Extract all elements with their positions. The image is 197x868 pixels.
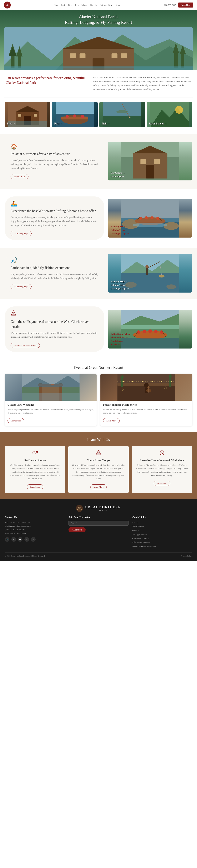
hero-section: Glacier National Park's Rafting, Lodging… [0, 10, 197, 70]
river-school-text-area: Gain the skills you need to master the W… [5, 306, 104, 351]
nav-logo [4, 2, 11, 8]
event-music-button[interactable]: Learn More [103, 418, 120, 423]
fish-half-day-link[interactable]: Half-day Trips → [111, 280, 129, 283]
book-now-button[interactable]: Book Now [178, 2, 193, 7]
svg-rect-20 [121, 54, 127, 58]
event-music-name: Friday Summer Music Series [103, 403, 190, 406]
paddleboard-link[interactable]: Paddleboard → [111, 340, 133, 343]
raft-guide-school-link[interactable]: Raft a Guide School → [111, 333, 133, 336]
stay-image: Our Cabins → Our Lodge → [108, 142, 192, 180]
quick-link-jobs[interactable]: Job Opportunities [132, 533, 192, 536]
youth-camps-button[interactable]: Learn More [90, 484, 107, 489]
svg-rect-29 [34, 114, 37, 117]
social-twitter[interactable]: t [25, 537, 29, 542]
raft-title: Experience the best Whitewater Rafting M… [10, 209, 98, 213]
full-day-trips-link[interactable]: Full-day Trips → [111, 229, 129, 231]
river-school-icon [10, 310, 98, 317]
events-section: Events at Great Northern Resort [0, 360, 197, 432]
learn-cards-grid: Swiftwater Rescue We offer industry-lead… [5, 446, 192, 493]
event-music: ♪ ♫ Friday Summer Music Series Join us f… [101, 374, 192, 426]
half-day-trips-link[interactable]: Half-day Trips → [111, 225, 129, 228]
swiftwater-desc: We offer industry-leading river educatio… [9, 464, 62, 480]
river-training-link[interactable]: River Training → [111, 336, 133, 339]
svg-point-48 [175, 106, 183, 114]
navbar: Stay Raft Fish River School Events Railw… [0, 0, 197, 10]
svg-rect-9 [18, 56, 21, 68]
youth-camps-desc: Give your kids more than just a full day… [72, 464, 125, 480]
svg-point-79 [166, 284, 176, 289]
stay-button[interactable]: Stay With Us [10, 174, 29, 179]
fish-overnight-link[interactable]: Overnight Trips → [111, 287, 129, 290]
card-stay-label: Stay → [7, 122, 15, 125]
raft-button[interactable]: All Rafting Trips [10, 231, 32, 236]
footer-privacy-link[interactable]: Privacy Policy [181, 555, 192, 557]
svg-point-44 [116, 110, 128, 113]
nav-menu: Stay Raft Fish River School Events Railw… [54, 4, 121, 6]
footer-email-input[interactable] [69, 521, 128, 526]
river-school-description: Whether you want to become a river guide… [10, 331, 98, 339]
fish-sub-links: Half-day Trips → Full-day Trips → Overni… [111, 280, 129, 290]
social-youtube[interactable]: ▶ [18, 537, 23, 542]
river-school-section: Raft a Guide School → River Training → P… [0, 301, 197, 358]
svg-point-62 [139, 217, 142, 220]
overnight-trips-link[interactable]: Overnight Trips → [111, 232, 129, 235]
fish-section: 🎣 Participate in guided fly fishing excu… [0, 248, 197, 299]
footer-logo-sub: RESORT [85, 509, 121, 512]
svg-rect-53 [141, 159, 146, 164]
quick-link-health-safety[interactable]: Health Safety & Prevention [132, 545, 192, 548]
svg-point-121 [171, 381, 172, 382]
river-school-title: Gain the skills you need to master the W… [10, 319, 98, 329]
footer-quick-links-title: Quick Links [132, 516, 192, 519]
svg-text:♫: ♫ [164, 385, 167, 390]
nav-raft[interactable]: Raft [61, 4, 65, 6]
card-raft[interactable]: Raft → [52, 102, 98, 127]
svg-rect-19 [112, 54, 118, 58]
nav-events[interactable]: Events [90, 4, 96, 6]
social-google[interactable]: g [31, 537, 36, 542]
quick-link-what-to-wear[interactable]: What To Wear [132, 525, 192, 528]
svg-point-117 [132, 381, 133, 382]
card-river-school[interactable]: River School → [147, 102, 192, 127]
card-fish[interactable]: Fish → [99, 102, 145, 127]
fish-button[interactable]: All Fishing Trips [10, 284, 32, 289]
raft-image: Half-day Trips → Full-day Trips → Overni… [108, 199, 192, 238]
fish-full-day-link[interactable]: Full-day Trips → [111, 284, 129, 286]
event-wedding-button[interactable]: Learn More [7, 418, 24, 423]
swiftwater-button[interactable]: Learn More [27, 484, 43, 489]
fish-description: Truly unspoiled, this region of Montana … [10, 273, 98, 280]
youth-camps-title: Youth River Camps [72, 459, 125, 462]
nav-stay[interactable]: Stay [54, 4, 58, 6]
quick-link-info-request[interactable]: Information Request [132, 540, 192, 544]
kayak-link[interactable]: Kayak → [111, 343, 133, 346]
svg-point-88 [154, 330, 158, 333]
svg-point-68 [133, 223, 167, 227]
quick-link-gallery[interactable]: Gallery [132, 529, 192, 532]
footer-contact-col: Contact Us 800.735.7897 | 406.387.5340 i… [5, 516, 65, 549]
quick-link-faq[interactable]: F.A.Q. [132, 521, 192, 524]
svg-rect-28 [18, 114, 22, 117]
event-music-content: Friday Summer Music Series Join us for o… [101, 401, 192, 426]
fish-icon: 🎣 [10, 257, 98, 264]
raft-text-area: 🚣 Experience the best Whitewater Rafting… [5, 196, 104, 240]
cabins-link[interactable]: Our Cabins → [111, 172, 125, 175]
social-instagram[interactable]: 📷 [5, 537, 9, 542]
event-wedding-name: Glacier Park Weddings [7, 403, 94, 406]
stay-sub-links: Our Cabins → Our Lodge → [111, 171, 125, 179]
river-school-button[interactable]: Learn In Our River School [10, 343, 40, 348]
logo-icon[interactable] [4, 2, 11, 8]
footer-logo-icon [76, 505, 83, 512]
nav-railway-cafe[interactable]: Railway Cafe [100, 4, 112, 6]
nav-fish[interactable]: Fish [68, 4, 72, 6]
svg-point-116 [123, 381, 124, 382]
nav-about[interactable]: About [115, 4, 121, 6]
event-weddings: Glacier Park Weddings Host a truly uniqu… [5, 374, 96, 426]
social-facebook[interactable]: f [11, 537, 16, 542]
svg-point-36 [73, 115, 76, 118]
lodge-link[interactable]: Our Lodge → [111, 175, 125, 178]
nav-river-school[interactable]: River School [75, 4, 87, 6]
footer-subscribe-button[interactable]: Subscribe [69, 527, 86, 532]
quick-link-cancellation[interactable]: Cancellation Policy [132, 537, 192, 540]
leave-no-trace-button[interactable]: Learn More [154, 481, 170, 486]
footer-contact-email: info@greatnorthernresort.com [5, 524, 65, 528]
card-stay[interactable]: Stay → [5, 102, 50, 127]
